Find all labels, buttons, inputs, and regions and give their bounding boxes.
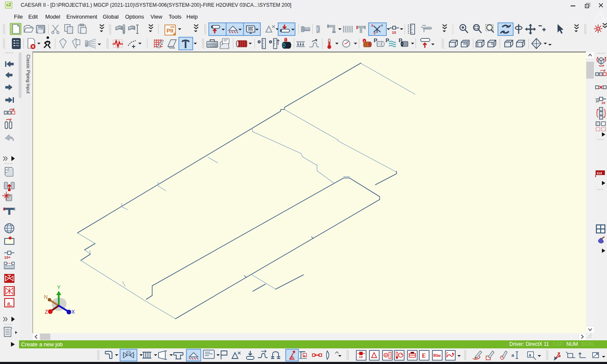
svg-text:X: X bbox=[71, 309, 75, 315]
svg-text:113: 113 bbox=[596, 171, 602, 175]
svg-text:X: X bbox=[371, 24, 374, 27]
svg-text:N: N bbox=[44, 294, 48, 300]
svg-text:!: ! bbox=[364, 39, 365, 43]
svg-text:a: a bbox=[529, 353, 531, 357]
svg-text:Z: Z bbox=[45, 309, 48, 315]
svg-text:Y: Y bbox=[57, 285, 60, 290]
svg-text:a: a bbox=[7, 300, 10, 306]
svg-text:20: 20 bbox=[602, 101, 605, 105]
svg-text:Z: Z bbox=[374, 31, 376, 35]
svg-text:10: 10 bbox=[359, 355, 363, 359]
svg-text:10: 10 bbox=[392, 30, 396, 35]
svg-text:E: E bbox=[422, 353, 426, 359]
svg-text:Y: Y bbox=[381, 24, 383, 27]
svg-text:Rho: Rho bbox=[433, 353, 441, 358]
svg-text:a: a bbox=[511, 353, 514, 358]
svg-text:10: 10 bbox=[596, 100, 599, 103]
svg-text:10+: 10+ bbox=[4, 255, 11, 260]
svg-text:a: a bbox=[304, 354, 306, 358]
svg-text:Plt: Plt bbox=[167, 27, 174, 34]
svg-text:cw: cw bbox=[170, 25, 175, 28]
svg-text:P: P bbox=[386, 37, 389, 44]
svg-text:!: ! bbox=[285, 38, 286, 41]
